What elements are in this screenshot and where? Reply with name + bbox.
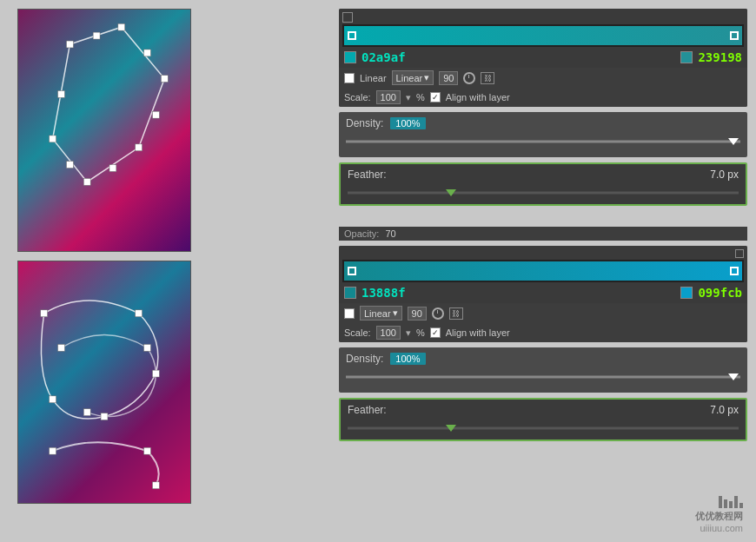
svg-rect-6	[93, 32, 100, 39]
top-scale-row: Scale: 100 ▾ % ✓ Align with layer	[339, 88, 747, 107]
top-scale-label: Scale:	[344, 92, 371, 102]
bottom-link-icon[interactable]: ⛓	[449, 307, 463, 320]
top-angle-input[interactable]: 90	[439, 71, 458, 85]
top-color-value-left[interactable]: 02a9af	[361, 50, 675, 64]
top-color-value-right: 239198	[698, 50, 742, 64]
top-density-value[interactable]: 100%	[390, 117, 425, 129]
bottom-feather-label: Feather:	[348, 404, 387, 416]
svg-point-12	[67, 42, 72, 47]
bottom-opacity-value[interactable]: 70	[385, 228, 395, 239]
top-link-symbol: ⛓	[484, 74, 492, 83]
watermark-line1: 优优教程网	[695, 510, 743, 523]
svg-rect-5	[50, 136, 56, 142]
bottom-color-swatch-right[interactable]	[680, 287, 693, 299]
top-density-label: Density:	[346, 117, 383, 129]
bottom-density-slider[interactable]	[346, 370, 740, 384]
top-gradient-bar[interactable]	[342, 24, 744, 47]
top-gradient-stop-left[interactable]	[348, 31, 356, 40]
top-link-icon[interactable]: ⛓	[481, 72, 494, 84]
bottom-section: Opacity: 70	[339, 227, 747, 441]
bottom-scale-row: Scale: 100 ▾ % ✓ Align with layer	[339, 323, 747, 342]
bottom-gradient-stop-left[interactable]	[348, 267, 356, 275]
svg-rect-7	[144, 50, 151, 56]
bottom-selection-path	[18, 261, 190, 503]
bottom-feather-value[interactable]: 7.0 px	[710, 404, 739, 416]
svg-rect-11	[58, 90, 65, 97]
bottom-density-value[interactable]: 100%	[390, 353, 425, 365]
svg-rect-16	[152, 370, 159, 377]
watermark: 优优教程网 uiiiuu.com	[695, 496, 743, 533]
top-linear-dropdown-label: Linear	[396, 73, 423, 83]
right-column: 02a9af 239198 Linear Linear ▾ 90 ⛓	[330, 0, 756, 542]
bottom-clock-icon[interactable]	[432, 307, 444, 320]
bottom-link-symbol: ⛓	[452, 309, 460, 318]
top-density-row: Density: 100%	[346, 117, 740, 129]
top-section: 02a9af 239198 Linear Linear ▾ 90 ⛓	[339, 9, 747, 206]
top-color-row: 02a9af 239198	[339, 47, 747, 68]
svg-rect-4	[83, 178, 90, 185]
bottom-opacity-bar: Opacity: 70	[339, 227, 747, 241]
top-feather-panel: Feather: 7.0 px	[339, 162, 747, 206]
bottom-linear-checkbox[interactable]	[344, 308, 355, 319]
top-density-slider[interactable]	[346, 135, 740, 149]
top-feather-label: Feather:	[348, 169, 387, 181]
bottom-color-value-left[interactable]: 13888f	[361, 286, 675, 300]
top-clock-icon[interactable]	[463, 72, 475, 84]
top-align-checkmark: ✓	[432, 93, 439, 102]
bottom-percent-sign: %	[416, 327, 425, 338]
svg-rect-21	[83, 409, 90, 416]
bottom-dropdown-arrow: ▾	[393, 307, 398, 319]
watermark-line2: uiiiuu.com	[695, 523, 743, 533]
left-column	[0, 0, 330, 542]
svg-rect-20	[144, 344, 151, 351]
bottom-angle-input[interactable]: 90	[408, 307, 427, 321]
top-gradient-panel: 02a9af 239198 Linear Linear ▾ 90 ⛓	[339, 9, 747, 107]
bottom-align-checkbox[interactable]: ✓	[430, 327, 441, 338]
top-scale-value[interactable]: 100	[376, 90, 401, 104]
top-feather-row: Feather: 7.0 px	[348, 169, 739, 181]
bottom-gradient-bar[interactable]	[342, 260, 744, 282]
top-feather-track	[348, 192, 739, 195]
bottom-density-thumb[interactable]	[728, 373, 739, 380]
bottom-scale-value[interactable]: 100	[376, 326, 401, 340]
top-image-panel	[17, 9, 191, 252]
svg-rect-8	[152, 111, 159, 118]
top-density-thumb[interactable]	[728, 138, 739, 145]
bottom-scale-label: Scale:	[344, 327, 371, 338]
bottom-color-value-right: 099fcb	[698, 286, 742, 300]
top-feather-value[interactable]: 7.0 px	[710, 169, 739, 181]
bottom-linear-row: Linear ▾ 90 ⛓	[339, 303, 747, 323]
bottom-opacity-label: Opacity:	[344, 228, 379, 239]
svg-rect-3	[136, 144, 143, 151]
top-gradient-stop-right[interactable]	[730, 31, 739, 40]
bottom-linear-dropdown-label: Linear	[364, 308, 391, 319]
bottom-feather-track	[348, 427, 739, 430]
bottom-gradient-stop-right[interactable]	[730, 267, 739, 275]
bottom-density-label: Density:	[346, 353, 383, 365]
svg-rect-23	[144, 447, 151, 454]
top-linear-checkbox[interactable]	[344, 73, 355, 83]
top-density-panel: Density: 100%	[339, 112, 747, 157]
top-linear-dropdown[interactable]: Linear ▾	[392, 70, 434, 85]
bottom-density-row: Density: 100%	[346, 353, 740, 365]
top-feather-slider[interactable]	[348, 186, 739, 200]
top-dropdown-arrow: ▾	[424, 72, 429, 83]
svg-rect-9	[109, 165, 116, 172]
bottom-feather-slider[interactable]	[348, 421, 739, 435]
bottom-linear-dropdown[interactable]: Linear ▾	[360, 306, 402, 321]
top-color-swatch-left[interactable]	[344, 51, 356, 63]
svg-rect-14	[41, 310, 48, 317]
bottom-color-swatch-left[interactable]	[344, 287, 356, 299]
top-align-checkbox[interactable]: ✓	[430, 92, 441, 102]
top-color-swatch-right[interactable]	[680, 51, 693, 63]
watermark-bars	[695, 496, 743, 508]
top-feather-thumb[interactable]	[446, 189, 456, 196]
section-divider	[339, 213, 747, 220]
svg-rect-19	[58, 344, 65, 351]
bottom-color-row: 13888f 099fcb	[339, 282, 747, 303]
bottom-feather-thumb[interactable]	[446, 425, 456, 432]
svg-rect-18	[50, 396, 56, 403]
top-align-label: Align with layer	[446, 92, 510, 102]
svg-rect-22	[50, 447, 56, 454]
svg-rect-2	[161, 76, 168, 83]
